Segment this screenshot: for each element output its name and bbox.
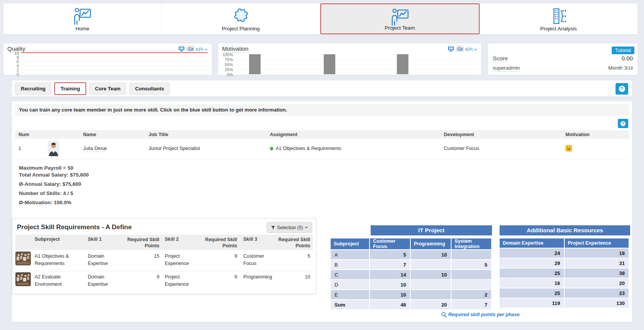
chevron-down-icon — [305, 227, 308, 228]
selection-dropdown-button[interactable]: Selection (5) — [267, 222, 312, 233]
chevron-down-icon — [204, 48, 208, 51]
column-header-skill2: Skill 2 — [165, 237, 179, 242]
column-header: System Integration — [452, 238, 491, 249]
column-header-motivation: Motivation — [565, 132, 590, 137]
cell-value: 10 — [370, 290, 410, 299]
column-header-development: Development — [444, 132, 474, 137]
tutorial-badge: Tutorial — [612, 47, 634, 54]
table-sum-row: 119 130 — [500, 298, 629, 308]
basic-resources-table: Domain Expertise Project Experience 24 1… — [499, 238, 629, 308]
gridline — [236, 74, 477, 75]
required-skill-points-link[interactable]: Required skill points per phase — [331, 312, 630, 317]
cell-subproject: B — [331, 260, 369, 269]
cell-skill1: Domain Expertise — [88, 253, 119, 267]
help-button-small[interactable]: ? — [618, 119, 628, 128]
table-row: 29 31 — [500, 258, 629, 268]
cell-sum-value: 7 — [452, 300, 491, 309]
cell-sum-value: 130 — [565, 298, 629, 308]
target-line — [21, 52, 208, 53]
area-chart-icon[interactable] — [456, 46, 463, 53]
cell-value: 5 — [370, 250, 410, 259]
tab-label: Training — [60, 86, 80, 92]
kpi-dropdown[interactable]: KPI — [196, 47, 208, 52]
nav-item-project-team[interactable]: Project Team — [320, 3, 480, 34]
selection-label: Selection (5) — [277, 225, 303, 230]
kpi-title: Motivation — [222, 45, 248, 53]
monitor-icon[interactable] — [178, 46, 185, 53]
column-header-num: Num — [18, 132, 29, 137]
column-header: Domain Expertise — [500, 238, 564, 248]
skill-table-row[interactable]: A2 Evaluate Environment Domain Expertise… — [15, 271, 313, 292]
info-text-bold: one — [124, 107, 132, 113]
cell-value — [411, 290, 451, 299]
cell-subproject: D — [331, 280, 369, 289]
gridline — [21, 70, 208, 70]
gridline — [236, 59, 477, 60]
axis-tick: 0% — [220, 72, 233, 77]
cell-value: 5 — [452, 260, 491, 269]
help-button[interactable]: ? — [616, 83, 628, 95]
motivation-bar — [397, 54, 408, 74]
table-row: A 5 10 — [331, 250, 491, 259]
column-header: Subproject — [331, 238, 369, 249]
table-row: B 7 5 — [331, 260, 491, 269]
tab-label: Recruiting — [21, 86, 45, 92]
cell-num: 1 — [18, 146, 21, 151]
kpi-dropdown[interactable]: KPI — [465, 47, 477, 52]
nav-label: Project Analysis — [480, 26, 637, 32]
cell-points1: 9 — [124, 273, 159, 281]
info-text: You can train any core team member in ju… — [19, 107, 124, 113]
cell-value: 29 — [500, 258, 564, 268]
tab-training[interactable]: Training — [54, 82, 86, 95]
cell-skill3: Customer Focus — [243, 253, 272, 267]
score-label: Score — [493, 55, 508, 62]
team-photo-thumbnail — [15, 272, 31, 288]
team-table-row[interactable]: 1 Julia Desai Junior Project Specialist … — [15, 139, 629, 159]
table-row: C 14 10 — [331, 270, 491, 279]
tab-recruiting[interactable]: Recruiting — [15, 83, 51, 95]
cell-subproject: E — [331, 290, 369, 299]
gridline — [21, 65, 208, 66]
stat-number-of-skills: Number of Skills: 4 / 5 — [19, 190, 73, 196]
it-project-banner: IT Project — [371, 225, 492, 235]
cell-value: 7 — [370, 260, 410, 269]
table-row: 24 18 — [500, 248, 629, 258]
gridline — [236, 64, 477, 65]
nav-item-project-analysis[interactable]: Project Analysis — [480, 3, 637, 34]
cell-value — [452, 280, 491, 289]
column-header-skill3: Skill 3 — [243, 237, 257, 242]
month-current: Month 3 — [608, 65, 627, 71]
tab-bar: Recruiting Training Core Team Consultant… — [12, 80, 632, 97]
skill-requirements-panel: Project Skill Requirements - A Define Se… — [12, 218, 316, 294]
cell-points3: 5 — [274, 253, 310, 260]
monitor-icon[interactable] — [448, 46, 454, 53]
cell-job-title: Junior Project Specialist — [149, 146, 200, 151]
cell-skill2: Project Experience — [165, 253, 197, 267]
tab-core-team[interactable]: Core Team — [89, 83, 126, 95]
filter-icon — [271, 226, 275, 230]
tab-consultants[interactable]: Consultants — [129, 83, 170, 95]
cell-skill1: Domain Expertise — [88, 273, 119, 288]
column-header-required1: Required Skill Points — [124, 237, 159, 249]
nav-item-home[interactable]: Home — [3, 3, 162, 34]
cell-sum-value: 20 — [411, 300, 451, 309]
content-panel: You can train any core team member in ju… — [12, 101, 632, 322]
cell-sum-value: 46 — [370, 300, 410, 309]
column-header-subproject: Subproject — [35, 237, 60, 242]
skill-table-header: Subproject Skill 1 Required Skill Points… — [15, 235, 313, 250]
column-header-required3: Required Skill Points — [274, 237, 310, 249]
cell-skill2: Project Experience — [165, 273, 197, 288]
cell-value — [411, 260, 451, 269]
cell-points2: 9 — [202, 253, 237, 260]
table-header-row: Domain Expertise Project Experience — [500, 238, 629, 248]
panel-title: Project Skill Requirements - A Define — [17, 223, 132, 231]
skill-table-row[interactable]: A1 Objectives & Requirements Domain Expe… — [15, 250, 313, 271]
column-header: Programming — [411, 238, 451, 249]
it-project-table: Subproject Customer Focus Programming Sy… — [330, 238, 492, 310]
axis-tick: 25% — [220, 67, 233, 72]
column-header-skill1: Skill 1 — [88, 237, 102, 242]
cell-name: Julia Desai — [83, 146, 107, 152]
score-value: 0.00 — [622, 55, 633, 62]
table-row: D 10 — [331, 280, 491, 289]
nav-item-project-planning[interactable]: Project Planning — [162, 3, 320, 34]
